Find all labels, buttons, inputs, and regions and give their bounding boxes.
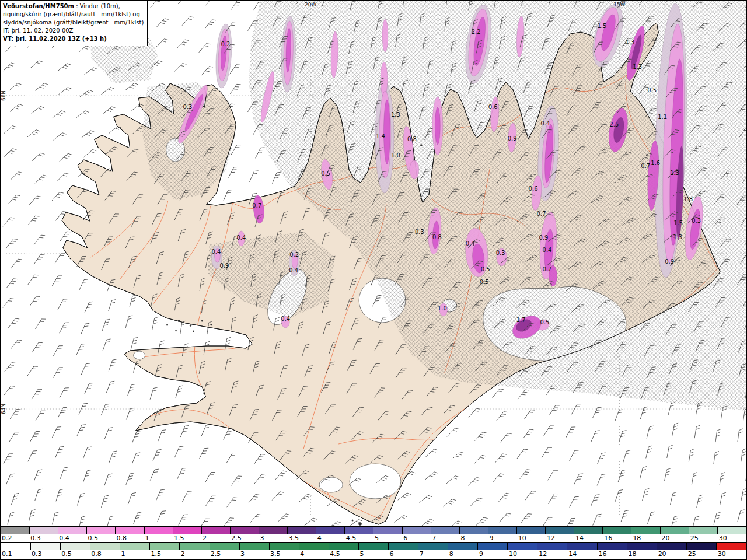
rain-colorbar-segment [389, 542, 418, 550]
island [352, 520, 354, 522]
sleet-colorbar-tick-label: 18 [633, 534, 641, 542]
sleet-colorbar-tick-label: 2 [203, 534, 207, 542]
rain-colorbar-segment [687, 542, 717, 550]
legend-line-snow: slydda/snjókoma (grátt/bleikt/grænt - mm… [3, 19, 144, 27]
island [420, 144, 423, 146]
latitude-label: 66N [1, 90, 6, 101]
rain-colorbar-segment [61, 542, 90, 550]
precip-value-label: 0.5 [480, 279, 489, 285]
sleet-colorbar-tick-label: 0.2 [2, 534, 12, 542]
precip-blob [383, 100, 390, 164]
glacier [319, 477, 343, 492]
sleet-colorbar-tick-label: 14 [575, 534, 584, 542]
precip-value-label: 1.7 [516, 317, 526, 323]
rain-colorbar-tick-label: 4 [300, 550, 304, 558]
sleet-colorbar-segment [116, 527, 144, 534]
island [358, 522, 362, 526]
weather-map-page: 0.22.21.51.31.30.50.31.30.61.40.81.00.90… [0, 0, 747, 560]
sleet-colorbar-segment [661, 527, 689, 534]
sleet-colorbar-segment [460, 527, 488, 534]
valid-time-label: VT: [3, 36, 13, 42]
precip-blob [410, 160, 419, 179]
precip-value-label: 0.7 [641, 163, 650, 169]
sleet-colorbar-segment [488, 527, 517, 534]
sleet-colorbar-tick-label: 9 [490, 534, 494, 542]
precip-value-label: 0.4 [211, 249, 221, 255]
init-time-label: IT: [3, 27, 9, 34]
sleet-colorbar-segment [345, 527, 374, 534]
precip-blob [382, 19, 388, 52]
rain-colorbar-tick-label: 18 [629, 550, 637, 558]
precip-value-label: 0.4 [281, 316, 290, 322]
precip-value-label: 0.4 [543, 247, 552, 253]
precip-value-label: 0.6 [488, 104, 498, 110]
rain-colorbar-tick-label: 3.5 [270, 550, 281, 558]
rain-colorbar-tick-label: 0.5 [61, 550, 72, 558]
model-name: Veðurstofan/HM750m [3, 3, 74, 9]
sleet-colorbar-segment [403, 527, 431, 534]
sleet-colorbar-tick-label: 20 [662, 534, 670, 542]
rain-colorbar-segment [598, 542, 627, 550]
sleet-colorbar-segment [517, 527, 546, 534]
sleet-colorbar-tick-label: 3 [260, 534, 264, 542]
island [201, 320, 203, 322]
rain-colorbar-tick-label: 25 [688, 550, 696, 558]
precip-value-label: 0.6 [529, 186, 538, 192]
precip-value-label: 0.3 [692, 218, 701, 224]
sleet-colorbar-segment [288, 527, 316, 534]
rain-colorbar-tick-label: 8 [449, 550, 453, 558]
precip-value-label: 1.3 [670, 170, 679, 176]
sleet-colorbar-segment [316, 527, 345, 534]
sleet-colorbar-segment [231, 527, 259, 534]
sleet-colorbar-tick-label: 6 [403, 534, 407, 542]
sleet-colorbar-segment [374, 527, 402, 534]
precip-value-label: 0.9 [539, 235, 549, 241]
sleet-colorbar-segment [145, 527, 173, 534]
precip-value-label: 0.5 [540, 319, 550, 326]
sleet-colorbar-segment [1, 527, 30, 534]
rain-colorbar-tick-label: 6 [390, 550, 394, 558]
sleet-colorbar-segment [58, 527, 87, 534]
precip-value-label: 0.8 [407, 136, 417, 142]
precip-value-label: 0.8 [432, 234, 442, 240]
rain-colorbar-tick-label: 5 [359, 550, 364, 558]
island [193, 331, 194, 332]
sleet-colorbar-segment [689, 527, 718, 534]
rain-colorbar-tick-label: 4.5 [330, 550, 340, 558]
iceland-weather-map: 0.22.21.51.31.30.50.31.30.61.40.81.00.90… [1, 1, 746, 526]
rain-colorbar [1, 542, 746, 550]
sleet-colorbar-segment [173, 527, 202, 534]
precip-value-label: 1.6 [651, 160, 660, 166]
rain-colorbar-tick-label: 2.5 [211, 550, 221, 558]
island [178, 320, 180, 322]
rain-colorbar-segment [120, 542, 150, 550]
map-area: 0.22.21.51.31.30.50.31.30.61.40.81.00.90… [1, 1, 746, 526]
rain-colorbar-segment [418, 542, 448, 550]
precip-value-label: 0.4 [541, 120, 550, 127]
precip-value-label: 0.7 [543, 266, 552, 272]
rain-colorbar-segment [31, 542, 61, 550]
init-time-value: þri. 11. 02. 2020 00Z [9, 27, 73, 34]
precip-value-label: 1.5 [673, 220, 683, 226]
sleet-colorbar-tick-label: 7 [432, 534, 436, 542]
precip-value-label: 0.4 [289, 267, 298, 274]
precip-value-label: 0.7 [252, 202, 261, 209]
rain-colorbar-segment [329, 542, 359, 550]
precip-blob [381, 62, 388, 97]
rain-colorbar-segment [627, 542, 657, 550]
sleet-colorbar-tick-label: 12 [547, 534, 555, 542]
sleet-colorbar-tick-label: 16 [604, 534, 612, 542]
rain-colorbar-tick-label: 0.3 [32, 550, 42, 558]
precip-value-label: 0.3 [183, 104, 193, 110]
rain-colorbar-tick-label: 7 [420, 550, 424, 558]
sleet-colorbar-tick-label: 25 [690, 534, 699, 542]
sleet-snow-colorbar [1, 526, 746, 534]
precip-value-label: 0.4 [466, 240, 475, 247]
precip-value-label: 0.2 [289, 251, 299, 258]
valid-time-value: þri. 11.02.2020 13Z (+13 h) [13, 36, 107, 42]
sleet-colorbar-segment [718, 527, 746, 534]
sleet-colorbar-segment [631, 527, 660, 534]
sleet-colorbar-segment [202, 527, 231, 534]
sleet-colorbar-segment [30, 527, 58, 534]
precip-value-label: 0.9 [665, 258, 674, 265]
